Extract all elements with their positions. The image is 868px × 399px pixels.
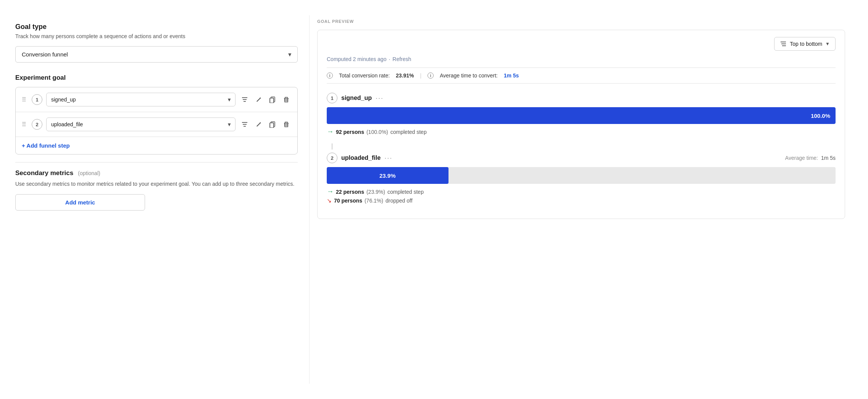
- total-conversion-label: Total conversion rate:: [339, 72, 390, 79]
- preview-step-2-dropped-stat: ↘ 70 persons (76.1%) dropped off: [327, 197, 836, 204]
- funnel-connector: [332, 143, 332, 150]
- right-panel: GOAL PREVIEW Top to bottom ▼ Computed 2 …: [309, 15, 853, 384]
- goal-type-select[interactable]: Conversion funnel: [15, 46, 298, 63]
- drag-handle-2[interactable]: ⠿: [22, 121, 26, 128]
- completed-arrow-icon-1: →: [327, 128, 334, 136]
- preview-step-1-bar-label: 100.0%: [811, 113, 830, 119]
- preview-step-2-name: uploaded_file: [341, 154, 381, 161]
- goal-preview-label: GOAL PREVIEW: [317, 19, 845, 24]
- step-1-actions: [239, 94, 291, 105]
- preview-step-1-bar-container: 100.0%: [327, 107, 836, 124]
- add-metric-button[interactable]: Add metric: [15, 194, 145, 211]
- goal-type-select-wrapper: Conversion funnel ▼: [15, 46, 298, 63]
- preview-step-1-header: 1 signed_up ···: [327, 93, 836, 103]
- preview-step-2-dropped-persons: 70 persons: [334, 198, 362, 204]
- funnel-preview: 1 signed_up ··· 100.0% → 92 persons (: [327, 93, 836, 212]
- step-2-filter-btn[interactable]: [239, 119, 250, 130]
- step-1-copy-btn[interactable]: [268, 95, 278, 105]
- step-2-select-wrapper: uploaded_file ▼: [46, 117, 236, 131]
- top-to-bottom-button[interactable]: Top to bottom ▼: [774, 37, 836, 51]
- avg-time-value-2: 1m 5s: [821, 155, 836, 161]
- svg-rect-8: [286, 99, 287, 101]
- stats-bar: i Total conversion rate: 23.91% | i Aver…: [327, 68, 836, 84]
- preview-step-1-completed-label: completed step: [390, 129, 427, 135]
- step-2-edit-btn[interactable]: [254, 119, 264, 129]
- step-1-select[interactable]: signed_up: [46, 93, 236, 106]
- preview-step-2-dropped-pct: (76.1%): [365, 198, 383, 204]
- goal-type-description: Track how many persons complete a sequen…: [15, 33, 298, 39]
- secondary-metrics-header: Secondary metrics (optional): [15, 169, 298, 177]
- preview-step-2-dropped-label: dropped off: [386, 198, 413, 204]
- dropped-arrow-icon-2: ↘: [327, 197, 332, 204]
- preview-step-2-completed-label: completed step: [387, 189, 424, 195]
- preview-step-2-pct: (23.9%): [366, 189, 385, 195]
- step-1-delete-btn[interactable]: [281, 95, 291, 105]
- funnel-step-1: ⠿ 1 signed_up ▼: [16, 87, 297, 112]
- preview-step-1-persons: 92 persons: [336, 129, 364, 135]
- secondary-metrics-title: Secondary metrics: [15, 169, 73, 177]
- step-2-select[interactable]: uploaded_file: [46, 117, 236, 131]
- preview-step-1-bar: 100.0%: [327, 107, 836, 124]
- experiment-goal-title: Experiment goal: [15, 74, 298, 82]
- stats-pipe: |: [420, 72, 422, 79]
- computed-dot: ·: [389, 56, 390, 62]
- secondary-metrics-section: Secondary metrics (optional) Use seconda…: [15, 169, 298, 211]
- drag-handle-1[interactable]: ⠿: [22, 96, 26, 103]
- step-1-filter-btn[interactable]: [239, 94, 250, 105]
- svg-rect-4: [270, 98, 274, 103]
- avg-time-label-2: Average time:: [785, 155, 818, 161]
- svg-rect-14: [270, 123, 274, 128]
- preview-step-2-header: 2 uploaded_file ··· Average time: 1m 5s: [327, 153, 836, 163]
- preview-step-2-bar: 23.9%: [327, 167, 449, 184]
- preview-step-2-completed-stat: → 22 persons (23.9%) completed step: [327, 188, 836, 196]
- avg-time-label: Average time to convert:: [440, 72, 497, 79]
- preview-step-2-persons: 22 persons: [336, 189, 364, 195]
- avg-time-value: 1m 5s: [504, 72, 519, 79]
- secondary-metrics-description: Use secondary metrics to monitor metrics…: [15, 180, 298, 188]
- step-2-delete-btn[interactable]: [281, 119, 291, 129]
- computed-row: Computed 2 minutes ago · Refresh: [327, 56, 836, 62]
- step-2-copy-btn[interactable]: [268, 119, 278, 129]
- goal-preview-content: Top to bottom ▼ Computed 2 minutes ago ·…: [317, 30, 845, 219]
- secondary-metrics-optional: (optional): [78, 170, 100, 176]
- avg-time-info-icon: i: [428, 72, 434, 79]
- computed-text: Computed 2 minutes ago: [327, 56, 386, 62]
- add-funnel-step-button[interactable]: + Add funnel step: [22, 142, 70, 149]
- funnel-step-2: ⠿ 2 uploaded_file ▼: [16, 112, 297, 137]
- preview-step-2-bar-container: 23.9%: [327, 167, 836, 184]
- total-conversion-info-icon: i: [327, 72, 333, 79]
- top-to-bottom-label: Top to bottom: [790, 41, 822, 47]
- goal-type-title: Goal type: [15, 23, 298, 31]
- total-conversion-value: 23.91%: [396, 72, 414, 79]
- funnel-steps-container: ⠿ 1 signed_up ▼: [15, 87, 298, 154]
- section-divider: [15, 162, 298, 162]
- refresh-link[interactable]: Refresh: [392, 56, 411, 62]
- preview-step-1-pct: (100.0%): [366, 129, 388, 135]
- preview-step-2-menu[interactable]: ···: [384, 154, 392, 162]
- top-bar: Top to bottom ▼: [327, 37, 836, 51]
- preview-step-2: 2 uploaded_file ··· Average time: 1m 5s …: [327, 153, 836, 204]
- top-to-bottom-chevron: ▼: [825, 41, 830, 47]
- step-2-actions: [239, 119, 291, 130]
- preview-step-1-name: signed_up: [341, 95, 372, 101]
- add-step-row: + Add funnel step: [16, 137, 297, 154]
- step-number-1: 1: [32, 94, 42, 105]
- preview-step-2-stats: → 22 persons (23.9%) completed step ↘ 70…: [327, 188, 836, 204]
- preview-step-1: 1 signed_up ··· 100.0% → 92 persons (: [327, 93, 836, 136]
- svg-rect-18: [286, 124, 287, 126]
- preview-step-1-menu[interactable]: ···: [376, 94, 384, 102]
- step-number-2: 2: [32, 119, 42, 130]
- step-1-edit-btn[interactable]: [254, 95, 264, 105]
- preview-step-2-avg-time: Average time: 1m 5s: [785, 155, 836, 161]
- preview-step-1-badge: 1: [327, 93, 337, 103]
- preview-step-1-stats: → 92 persons (100.0%) completed step: [327, 128, 836, 136]
- completed-arrow-icon-2: →: [327, 188, 334, 196]
- preview-step-2-bar-label: 23.9%: [379, 172, 396, 179]
- preview-step-2-badge: 2: [327, 153, 337, 163]
- left-panel: Goal type Track how many persons complet…: [8, 15, 309, 384]
- preview-step-1-completed-stat: → 92 persons (100.0%) completed step: [327, 128, 836, 136]
- step-1-select-wrapper: signed_up ▼: [46, 93, 236, 106]
